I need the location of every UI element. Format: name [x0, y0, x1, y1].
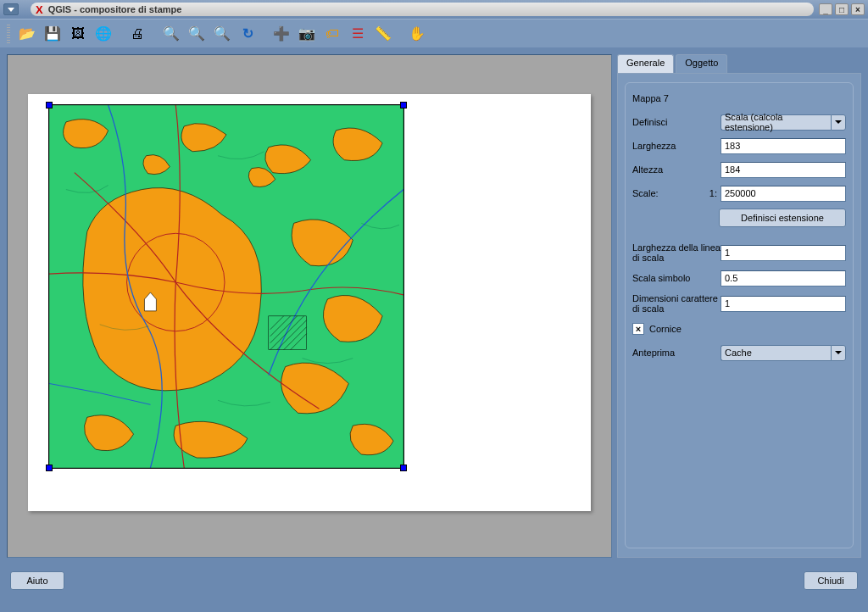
- hand-icon: ✋: [409, 25, 426, 42]
- save-icon: 💾: [44, 25, 61, 42]
- font-size-input[interactable]: [721, 296, 846, 312]
- zoom-in-button[interactable]: 🔍: [185, 23, 209, 45]
- titlebar: X QGIS - compositore di stampe _ □ ×: [0, 0, 868, 19]
- symbol-scale-input[interactable]: [721, 270, 846, 287]
- line-width-label: Larghezza della linea di scala: [632, 242, 721, 263]
- title-area: X QGIS - compositore di stampe: [31, 3, 814, 16]
- folder-icon: 📂: [19, 25, 36, 42]
- define-select[interactable]: Scala (calcola estensione): [721, 114, 846, 131]
- map-item[interactable]: [48, 104, 404, 469]
- properties-pane: Generale Oggetto Mappa 7 Definisci Scala…: [617, 54, 861, 558]
- frame-checkbox[interactable]: ×: [632, 323, 644, 335]
- refresh-button[interactable]: ↻: [236, 23, 259, 45]
- scale-label: Scale:: [632, 188, 707, 198]
- add-map-icon: ➕: [273, 25, 290, 42]
- print-icon: 🖨: [131, 26, 144, 42]
- zoom-in-icon: 🔍: [188, 25, 205, 42]
- frame-checkbox-label: Cornice: [649, 324, 682, 334]
- add-map-button[interactable]: ➕: [270, 23, 293, 45]
- close-button[interactable]: Chiudi: [804, 571, 858, 590]
- scale-prefix: 1:: [707, 188, 717, 198]
- dialog-button-bar: Aiuto Chiudi: [0, 565, 868, 597]
- define-label: Definisci: [632, 117, 721, 127]
- composer-canvas[interactable]: [7, 54, 612, 558]
- refresh-icon: ↻: [242, 25, 253, 42]
- minimize-button[interactable]: _: [819, 3, 832, 15]
- chevron-down-icon: [831, 345, 846, 361]
- symbol-scale-label: Scala simbolo: [632, 273, 721, 283]
- group-title: Mappa 7: [632, 93, 846, 103]
- map-preview: [49, 105, 403, 468]
- help-button[interactable]: Aiuto: [10, 571, 64, 590]
- tab-general[interactable]: Generale: [617, 54, 674, 73]
- toolbar: 📂 💾 🖼 🌐 🖨 🔍 🔍 🔍 ↻ ➕ 📷 🏷 ☰ 📏 ✋: [0, 19, 868, 47]
- tab-object[interactable]: Oggetto: [676, 54, 727, 73]
- preview-label: Anteprima: [632, 348, 721, 358]
- scale-input[interactable]: [721, 186, 846, 202]
- define-select-value: Scala (calcola estensione): [721, 114, 831, 131]
- item-properties-group: Mappa 7 Definisci Scala (calcola estensi…: [625, 82, 854, 548]
- zoom-full-button[interactable]: 🔍: [159, 23, 183, 45]
- maximize-button[interactable]: □: [835, 3, 849, 15]
- zoom-out-icon: 🔍: [214, 25, 231, 42]
- add-legend-button[interactable]: ☰: [346, 23, 370, 45]
- page[interactable]: [28, 94, 591, 511]
- open-button[interactable]: 📂: [15, 23, 39, 45]
- height-label: Altezza: [632, 164, 721, 175]
- export-svg-button[interactable]: 🌐: [92, 23, 115, 45]
- font-size-label: Dimensioni carattere di scala: [632, 293, 721, 314]
- preview-select[interactable]: Cache: [721, 345, 846, 361]
- scalebar-icon: 📏: [375, 25, 392, 42]
- width-input[interactable]: [721, 138, 846, 154]
- selection-handle-bl[interactable]: [46, 465, 53, 471]
- width-label: Larghezza: [632, 141, 721, 151]
- export-image-button[interactable]: 🖼: [66, 23, 90, 45]
- app-x-icon: X: [36, 3, 43, 16]
- window-title: QGIS - compositore di stampe: [48, 4, 182, 14]
- save-button[interactable]: 💾: [41, 23, 64, 45]
- label-icon: 🏷: [326, 26, 339, 42]
- window-menu-button[interactable]: [3, 3, 19, 15]
- svg-icon: 🌐: [95, 25, 112, 42]
- add-image-button[interactable]: 📷: [295, 23, 319, 45]
- zoom-full-icon: 🔍: [163, 25, 180, 42]
- camera-icon: 📷: [298, 25, 315, 42]
- selection-handle-br[interactable]: [400, 465, 407, 471]
- define-extent-button[interactable]: Definisci estensione: [719, 209, 846, 227]
- add-label-button[interactable]: 🏷: [320, 23, 344, 45]
- line-width-input[interactable]: [721, 245, 846, 261]
- close-window-button[interactable]: ×: [851, 3, 865, 15]
- zoom-out-button[interactable]: 🔍: [210, 23, 234, 45]
- chevron-down-icon: [831, 114, 846, 131]
- height-input[interactable]: [721, 162, 846, 178]
- selection-handle-tr[interactable]: [400, 102, 407, 108]
- image-icon: 🖼: [71, 26, 85, 42]
- toolbar-handle[interactable]: [7, 25, 10, 43]
- selection-handle-tl[interactable]: [46, 102, 53, 108]
- legend-icon: ☰: [352, 25, 364, 42]
- add-scalebar-button[interactable]: 📏: [371, 23, 395, 45]
- move-item-button[interactable]: ✋: [405, 23, 429, 45]
- print-button[interactable]: 🖨: [125, 23, 149, 45]
- preview-select-value: Cache: [721, 345, 831, 361]
